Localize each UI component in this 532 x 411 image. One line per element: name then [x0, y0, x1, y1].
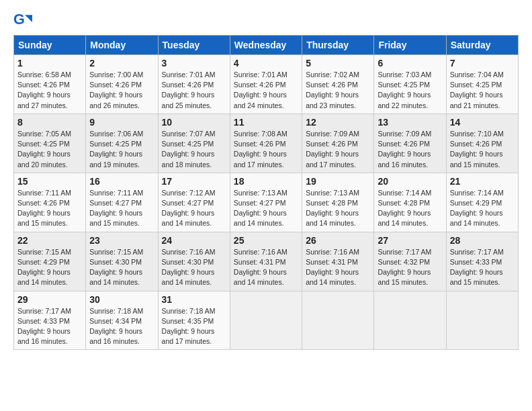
- sunrise-label: Sunrise: 7:01 AM: [234, 71, 287, 79]
- calendar-cell: 8 Sunrise: 7:05 AM Sunset: 4:25 PM Dayli…: [14, 113, 86, 173]
- sunset-label: Sunset: 4:26 PM: [17, 81, 70, 89]
- day-info: Sunrise: 7:16 AM Sunset: 4:31 PM Dayligh…: [306, 247, 370, 288]
- calendar-cell: 28 Sunrise: 7:17 AM Sunset: 4:33 PM Dayl…: [446, 232, 518, 291]
- sunset-label: Sunset: 4:32 PM: [378, 258, 430, 266]
- calendar-cell: 12 Sunrise: 7:09 AM Sunset: 4:26 PM Dayl…: [302, 113, 374, 173]
- day-number: 26: [306, 235, 370, 246]
- day-number: 15: [17, 176, 82, 187]
- day-info: Sunrise: 6:58 AM Sunset: 4:26 PM Dayligh…: [17, 70, 82, 111]
- sunrise-label: Sunrise: 7:09 AM: [306, 130, 359, 138]
- sunset-label: Sunset: 4:27 PM: [162, 199, 214, 207]
- calendar-cell: [302, 291, 374, 350]
- sunrise-label: Sunrise: 7:16 AM: [162, 248, 216, 256]
- sunrise-label: Sunrise: 7:08 AM: [234, 130, 287, 138]
- day-info: Sunrise: 7:11 AM Sunset: 4:26 PM Dayligh…: [17, 188, 82, 229]
- day-number: 2: [89, 58, 154, 68]
- daylight-label: Daylight: 9 hours and 15 minutes.: [450, 268, 503, 286]
- day-info: Sunrise: 7:09 AM Sunset: 4:26 PM Dayligh…: [378, 129, 442, 170]
- day-number: 12: [306, 117, 370, 128]
- sunset-label: Sunset: 4:25 PM: [89, 140, 142, 148]
- day-info: Sunrise: 7:18 AM Sunset: 4:34 PM Dayligh…: [89, 306, 154, 347]
- calendar-cell: 30 Sunrise: 7:18 AM Sunset: 4:34 PM Dayl…: [86, 291, 158, 350]
- col-header-wednesday: Wednesday: [230, 36, 302, 55]
- day-number: 19: [306, 176, 370, 187]
- calendar-cell: 14 Sunrise: 7:10 AM Sunset: 4:26 PM Dayl…: [446, 113, 518, 173]
- daylight-label: Daylight: 9 hours and 15 minutes.: [17, 209, 71, 227]
- day-info: Sunrise: 7:17 AM Sunset: 4:33 PM Dayligh…: [17, 306, 82, 347]
- daylight-label: Daylight: 9 hours and 17 minutes.: [234, 150, 287, 168]
- calendar-cell: 21 Sunrise: 7:14 AM Sunset: 4:29 PM Dayl…: [446, 173, 518, 232]
- day-info: Sunrise: 7:13 AM Sunset: 4:27 PM Dayligh…: [234, 188, 298, 229]
- calendar-cell: 17 Sunrise: 7:12 AM Sunset: 4:27 PM Dayl…: [158, 173, 230, 232]
- daylight-label: Daylight: 9 hours and 15 minutes.: [378, 268, 431, 286]
- day-info: Sunrise: 7:10 AM Sunset: 4:26 PM Dayligh…: [450, 129, 515, 170]
- sunset-label: Sunset: 4:30 PM: [162, 258, 214, 266]
- sunrise-label: Sunrise: 7:02 AM: [306, 71, 359, 79]
- day-number: 18: [234, 176, 298, 187]
- calendar-cell: 20 Sunrise: 7:14 AM Sunset: 4:28 PM Dayl…: [374, 173, 446, 232]
- calendar-cell: 2 Sunrise: 7:00 AM Sunset: 4:26 PM Dayli…: [86, 55, 158, 114]
- sunrise-label: Sunrise: 7:05 AM: [17, 130, 71, 138]
- daylight-label: Daylight: 9 hours and 25 minutes.: [162, 91, 215, 109]
- sunset-label: Sunset: 4:26 PM: [234, 81, 286, 89]
- day-number: 21: [450, 176, 515, 187]
- sunrise-label: Sunrise: 7:04 AM: [450, 71, 504, 79]
- daylight-label: Daylight: 9 hours and 24 minutes.: [234, 91, 287, 109]
- calendar-cell: 11 Sunrise: 7:08 AM Sunset: 4:26 PM Dayl…: [230, 113, 302, 173]
- calendar-cell: 29 Sunrise: 7:17 AM Sunset: 4:33 PM Dayl…: [14, 291, 86, 350]
- sunrise-label: Sunrise: 7:01 AM: [162, 71, 216, 79]
- day-number: 30: [89, 294, 154, 305]
- daylight-label: Daylight: 9 hours and 21 minutes.: [450, 91, 503, 109]
- sunrise-label: Sunrise: 7:17 AM: [378, 248, 431, 256]
- day-number: 1: [17, 58, 82, 68]
- day-number: 29: [17, 294, 82, 305]
- sunrise-label: Sunrise: 7:15 AM: [89, 248, 143, 256]
- sunrise-label: Sunrise: 7:15 AM: [17, 248, 71, 256]
- calendar-table: SundayMondayTuesdayWednesdayThursdayFrid…: [13, 35, 519, 350]
- day-info: Sunrise: 7:01 AM Sunset: 4:26 PM Dayligh…: [162, 70, 226, 111]
- sunrise-label: Sunrise: 7:13 AM: [306, 189, 359, 197]
- calendar-cell: 25 Sunrise: 7:16 AM Sunset: 4:31 PM Dayl…: [230, 232, 302, 291]
- day-info: Sunrise: 7:03 AM Sunset: 4:25 PM Dayligh…: [378, 70, 442, 111]
- sunset-label: Sunset: 4:33 PM: [450, 258, 502, 266]
- day-info: Sunrise: 7:16 AM Sunset: 4:31 PM Dayligh…: [234, 247, 298, 288]
- daylight-label: Daylight: 9 hours and 16 minutes.: [17, 327, 71, 345]
- sunset-label: Sunset: 4:26 PM: [162, 81, 214, 89]
- daylight-label: Daylight: 9 hours and 23 minutes.: [306, 91, 359, 109]
- day-info: Sunrise: 7:17 AM Sunset: 4:32 PM Dayligh…: [378, 247, 442, 288]
- sunrise-label: Sunrise: 7:16 AM: [306, 248, 359, 256]
- sunset-label: Sunset: 4:34 PM: [89, 317, 142, 325]
- day-number: 20: [378, 176, 442, 187]
- calendar-week-5: 29 Sunrise: 7:17 AM Sunset: 4:33 PM Dayl…: [14, 291, 519, 350]
- day-info: Sunrise: 7:01 AM Sunset: 4:26 PM Dayligh…: [234, 70, 298, 111]
- calendar-week-1: 1 Sunrise: 6:58 AM Sunset: 4:26 PM Dayli…: [14, 55, 519, 114]
- day-number: 31: [162, 294, 226, 305]
- sunrise-label: Sunrise: 6:58 AM: [17, 71, 71, 79]
- day-number: 7: [450, 58, 515, 68]
- day-info: Sunrise: 7:00 AM Sunset: 4:26 PM Dayligh…: [89, 70, 154, 111]
- sunrise-label: Sunrise: 7:18 AM: [162, 307, 216, 315]
- sunset-label: Sunset: 4:31 PM: [306, 258, 358, 266]
- daylight-label: Daylight: 9 hours and 14 minutes.: [89, 268, 142, 286]
- sunrise-label: Sunrise: 7:17 AM: [17, 307, 71, 315]
- day-number: 27: [378, 235, 442, 246]
- day-number: 23: [89, 235, 154, 246]
- sunrise-label: Sunrise: 7:06 AM: [89, 130, 143, 138]
- day-number: 3: [162, 58, 226, 68]
- sunset-label: Sunset: 4:33 PM: [17, 317, 70, 325]
- day-number: 4: [234, 58, 298, 68]
- day-info: Sunrise: 7:07 AM Sunset: 4:25 PM Dayligh…: [162, 129, 226, 170]
- sunrise-label: Sunrise: 7:00 AM: [89, 71, 143, 79]
- daylight-label: Daylight: 9 hours and 14 minutes.: [378, 209, 431, 227]
- sunset-label: Sunset: 4:30 PM: [89, 258, 142, 266]
- sunset-label: Sunset: 4:31 PM: [234, 258, 286, 266]
- calendar-cell: 6 Sunrise: 7:03 AM Sunset: 4:25 PM Dayli…: [374, 55, 446, 114]
- daylight-label: Daylight: 9 hours and 16 minutes.: [89, 327, 142, 345]
- sunrise-label: Sunrise: 7:10 AM: [450, 130, 504, 138]
- sunrise-label: Sunrise: 7:18 AM: [89, 307, 143, 315]
- calendar-cell: 22 Sunrise: 7:15 AM Sunset: 4:29 PM Dayl…: [14, 232, 86, 291]
- calendar-cell: 16 Sunrise: 7:11 AM Sunset: 4:27 PM Dayl…: [86, 173, 158, 232]
- logo: G: [13, 11, 35, 30]
- calendar-week-3: 15 Sunrise: 7:11 AM Sunset: 4:26 PM Dayl…: [14, 173, 519, 232]
- calendar-cell: 23 Sunrise: 7:15 AM Sunset: 4:30 PM Dayl…: [86, 232, 158, 291]
